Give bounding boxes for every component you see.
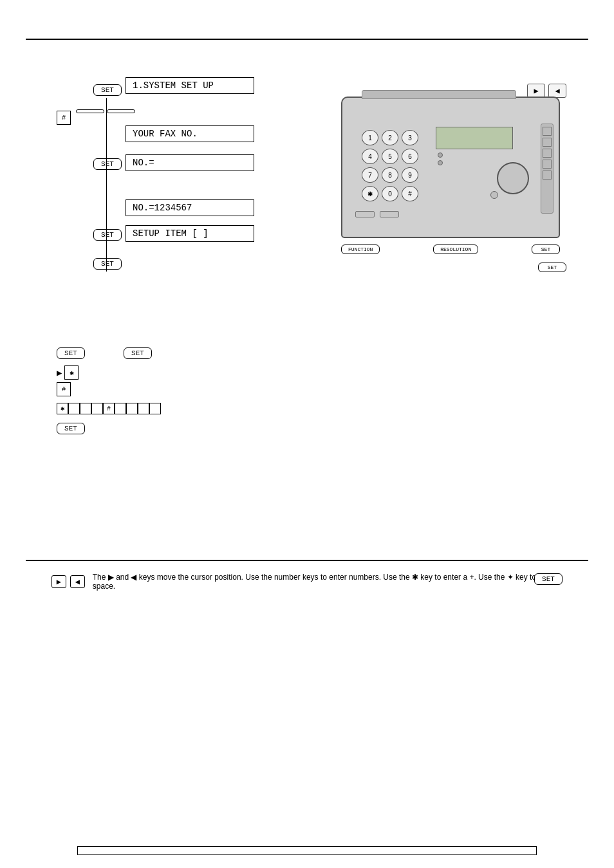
section-2-content: ▶ ◀ The ▶ and ◀ keys move the cursor pos… (51, 573, 563, 597)
function-label: FUNCTION (341, 245, 380, 254)
side-panel (541, 124, 554, 214)
phone-box-2 (80, 403, 91, 414)
set-btn-demo-2[interactable]: SET (124, 347, 152, 359)
paper-tray (362, 90, 516, 99)
nav-back-btn[interactable]: ◀ (548, 84, 566, 98)
phone-box-7 (149, 403, 161, 414)
key-0[interactable]: 0 (382, 186, 398, 201)
display-your-fax-no: YOUR FAX NO. (126, 125, 254, 142)
side-btn-3[interactable] (543, 149, 552, 158)
set-label-extra: SET (538, 261, 566, 272)
keys-explanation-row: ▶ ✱ (57, 365, 161, 380)
light-2 (438, 160, 443, 165)
step5-set-btn[interactable]: SET (93, 228, 122, 241)
fax-bot-btn-2[interactable] (380, 211, 399, 217)
set-buttons-row: SET SET (57, 347, 161, 359)
step2-display: YOUR FAX NO. (126, 125, 254, 142)
key-9[interactable]: 9 (402, 167, 418, 183)
phone-box-3 (91, 403, 103, 414)
phone-box-5 (126, 403, 138, 414)
display-system-setup: 1.SYSTEM SET UP (126, 77, 254, 94)
key-6[interactable]: 6 (402, 149, 418, 164)
phone-box-1 (68, 403, 80, 414)
fax-dial-wheel[interactable] (497, 162, 529, 194)
set-button-3[interactable]: SET (93, 158, 122, 170)
indicator-lights (438, 152, 443, 165)
step1-display: 1.SYSTEM SET UP (126, 77, 254, 94)
step6-set-btn[interactable]: SET (93, 257, 122, 270)
phone-box-6 (138, 403, 149, 414)
key-7[interactable]: 7 (362, 167, 378, 183)
side-btn-5[interactable] (543, 171, 552, 180)
fax-keypad: 1 2 3 4 5 6 7 8 9 ✱ 0 # (362, 130, 420, 203)
hash-key-icon-2: # (57, 382, 71, 396)
arrow-left-btn-ref: ◀ (70, 575, 85, 588)
display-no-number: NO.=1234567 (126, 199, 254, 216)
star-key-icon: ✱ (64, 365, 79, 380)
small-btn-right[interactable] (107, 109, 135, 113)
key-star[interactable]: ✱ (362, 186, 378, 201)
step4-display: NO.=1234567 (126, 199, 254, 216)
phone-box-4 (115, 403, 126, 414)
section-phone-demo: SET SET ▶ ✱ # ✱ # SET (57, 347, 161, 434)
display-setup-item: SETUP ITEM [ ] (126, 225, 254, 242)
key-hash[interactable]: # (402, 186, 418, 201)
nav-arrow-explanation: ▶ ◀ The ▶ and ◀ keys move the cursor pos… (51, 573, 563, 591)
bottom-rule (26, 560, 588, 561)
set-btn-extra: SET (538, 263, 566, 272)
key-4[interactable]: 4 (362, 149, 378, 164)
key-5[interactable]: 5 (382, 149, 398, 164)
small-btn-left[interactable] (76, 109, 104, 113)
connector-line-left (106, 98, 107, 272)
arrow-right-btn-ref: ▶ (51, 575, 66, 588)
key-2[interactable]: 2 (382, 130, 398, 145)
nav-buttons-area: ▶ ◀ (527, 84, 566, 98)
step1-set-btn[interactable]: SET (93, 84, 122, 96)
key-3[interactable]: 3 (402, 130, 418, 145)
set-button-5[interactable]: SET (93, 229, 122, 241)
set-label-diagram: SET (532, 245, 560, 254)
set-btn-phone[interactable]: SET (57, 423, 85, 434)
bottom-bar (77, 846, 537, 855)
hash-key: # (57, 111, 71, 125)
nav-forward-btn[interactable]: ▶ (527, 84, 545, 98)
phone-box-hash: # (103, 403, 115, 414)
display-no-equals: NO.= (126, 154, 254, 171)
fax-small-btn[interactable] (490, 191, 498, 199)
set-btn-demo-1[interactable]: SET (57, 347, 85, 359)
phone-box-star: ✱ (57, 403, 68, 414)
phone-number-input: ✱ # (57, 403, 161, 414)
side-btn-1[interactable] (543, 127, 552, 136)
resolution-label: RESOLUTION (433, 245, 478, 254)
arrow-right-icon: ▶ (57, 367, 62, 378)
bottom-small-btns (355, 211, 399, 217)
fax-bottom-labels: FUNCTION RESOLUTION SET (341, 245, 560, 254)
step3-display: NO.= (126, 154, 254, 171)
step3-set-btn[interactable]: SET (93, 158, 122, 170)
fax-bot-btn-1[interactable] (355, 211, 375, 217)
fax-diagram: ▶ ◀ 1 2 3 4 5 6 7 8 9 ✱ 0 # (328, 77, 579, 257)
nav-explanation-text: The ▶ and ◀ keys move the cursor positio… (93, 573, 563, 591)
hash-icon-1: # (57, 111, 71, 125)
set-button-6[interactable]: SET (93, 258, 122, 270)
keys-explanation-row2: # (57, 382, 161, 396)
set-btn-ref: SET (534, 573, 563, 585)
top-rule (26, 39, 588, 40)
set-reference-btn[interactable]: SET (534, 573, 563, 585)
light-1 (438, 152, 443, 158)
step5-display: SETUP ITEM [ ] (126, 225, 254, 242)
side-btn-2[interactable] (543, 138, 552, 147)
key-8[interactable]: 8 (382, 167, 398, 183)
key-1[interactable]: 1 (362, 130, 378, 145)
fax-machine-body: 1 2 3 4 5 6 7 8 9 ✱ 0 # (341, 97, 560, 238)
set-button-1[interactable]: SET (93, 84, 122, 96)
fax-lcd-display (436, 127, 513, 149)
step2-buttons (76, 109, 135, 113)
side-btn-4[interactable] (543, 160, 552, 169)
